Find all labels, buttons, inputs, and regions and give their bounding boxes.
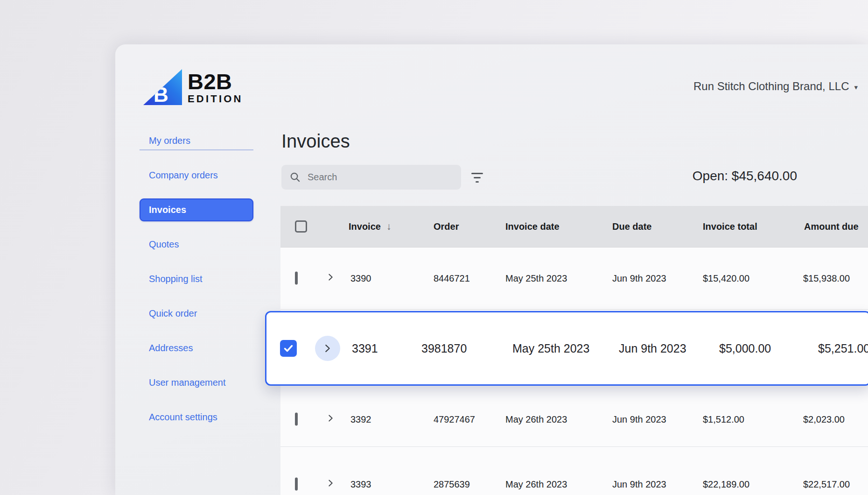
sidebar-item-invoices-active[interactable]: Invoices [140, 198, 253, 221]
row-checkbox[interactable] [295, 272, 298, 285]
column-header-due-date[interactable]: Due date [612, 221, 651, 232]
cell-invoice: 3390 [350, 273, 371, 284]
sidebar-divider [140, 149, 253, 150]
cell-invoice: 3392 [350, 414, 371, 425]
logo-text: B2B EDITION [188, 71, 243, 105]
sidebar-item-company-orders[interactable]: Company orders [140, 170, 218, 181]
logo-line2: EDITION [188, 93, 243, 105]
cell-due-date: Jun 9th 2023 [619, 342, 686, 355]
row-checkbox-checked[interactable] [280, 340, 297, 357]
cell-order: 47927467 [434, 414, 475, 425]
expand-chevron-button[interactable] [315, 336, 340, 361]
expand-chevron-icon[interactable] [326, 414, 335, 423]
cell-order: 8446721 [434, 273, 470, 284]
row-checkbox[interactable] [295, 413, 298, 426]
company-selector[interactable]: Run Stitch Clothing Brand, LLC ▾ [693, 80, 858, 93]
sidebar-item-account-settings[interactable]: Account settings [140, 412, 217, 423]
table-row[interactable]: 3393 2875639 May 26th 2023 Jun 9th 2023 … [280, 447, 868, 495]
company-name: Run Stitch Clothing Brand, LLC [693, 80, 849, 93]
sidebar-item-quotes[interactable]: Quotes [140, 239, 179, 250]
cell-invoice: 3393 [350, 479, 371, 490]
column-header-invoice-total[interactable]: Invoice total [703, 221, 757, 232]
cell-due-date: Jun 9th 2023 [612, 414, 666, 425]
column-header-amount-due[interactable]: Amount due [804, 221, 859, 232]
sidebar-item-shopping-list[interactable]: Shopping list [140, 274, 203, 284]
page-title: Invoices [281, 131, 350, 152]
filter-icon[interactable] [467, 168, 487, 187]
selected-invoice-row[interactable]: 3391 3981870 May 25th 2023 Jun 9th 2023 … [265, 311, 868, 386]
cell-amount-due: $2,023.00 [803, 414, 845, 425]
cell-invoice-total: $15,420.00 [703, 273, 749, 284]
cell-due-date: Jun 9th 2023 [612, 479, 666, 490]
table-row[interactable]: 3390 8446721 May 25th 2023 Jun 9th 2023 … [280, 248, 868, 310]
cell-invoice: 3391 [352, 342, 378, 355]
cell-amount-due: $22,517.00 [803, 479, 850, 490]
cell-amount-due: $5,251.00 [818, 342, 868, 355]
cell-invoice-date: May 26th 2023 [505, 479, 567, 490]
search-input[interactable] [307, 171, 448, 183]
open-invoices-total: Open: $45,640.00 [693, 169, 797, 184]
sidebar-nav: My orders Company orders Invoices Quotes… [140, 123, 253, 434]
column-header-invoice-label: Invoice [349, 221, 381, 232]
bigcommerce-triangle-logo-icon: B [143, 69, 182, 105]
app-window: B B2B EDITION Run Stitch Clothing Brand,… [115, 44, 868, 495]
search-bar[interactable] [281, 165, 461, 190]
cell-invoice-date: May 25th 2023 [505, 273, 567, 284]
expand-chevron-icon [322, 343, 333, 354]
column-header-order[interactable]: Order [434, 221, 459, 232]
table-header-row: Invoice ↓ Order Invoice date Due date In… [280, 206, 868, 248]
b2b-edition-logo: B B2B EDITION [143, 69, 243, 105]
cell-due-date: Jun 9th 2023 [612, 273, 666, 284]
checkmark-icon [283, 343, 294, 354]
cell-invoice-total: $5,000.00 [719, 342, 771, 355]
caret-down-icon: ▾ [854, 81, 858, 92]
sidebar-item-user-management[interactable]: User management [140, 377, 226, 388]
cell-order: 2875639 [434, 479, 470, 490]
cell-invoice-date: May 26th 2023 [505, 414, 567, 425]
sidebar-item-my-orders[interactable]: My orders [140, 135, 190, 146]
sidebar-item-invoices-label: Invoices [140, 205, 186, 215]
cell-invoice-total: $22,189.00 [703, 479, 749, 490]
search-icon [290, 172, 301, 183]
select-all-checkbox[interactable] [295, 220, 307, 233]
sidebar-item-addresses[interactable]: Addresses [140, 343, 193, 354]
logo-line1: B2B [188, 71, 243, 92]
column-header-invoice-date[interactable]: Invoice date [505, 221, 560, 232]
cell-amount-due: $15,938.00 [803, 273, 850, 284]
expand-chevron-icon[interactable] [326, 479, 335, 488]
cell-invoice-date: May 25th 2023 [512, 342, 589, 355]
row-checkbox[interactable] [295, 478, 298, 491]
sort-descending-icon[interactable]: ↓ [386, 221, 392, 232]
cell-invoice-total: $1,512.00 [703, 414, 744, 425]
column-header-invoice[interactable]: Invoice ↓ [349, 221, 391, 232]
expand-chevron-icon[interactable] [326, 273, 335, 282]
cell-order: 3981870 [421, 342, 467, 355]
sidebar-item-quick-order[interactable]: Quick order [140, 308, 197, 319]
table-row[interactable]: 3392 47927467 May 26th 2023 Jun 9th 2023… [280, 392, 868, 447]
logo-letter: B [154, 85, 168, 105]
